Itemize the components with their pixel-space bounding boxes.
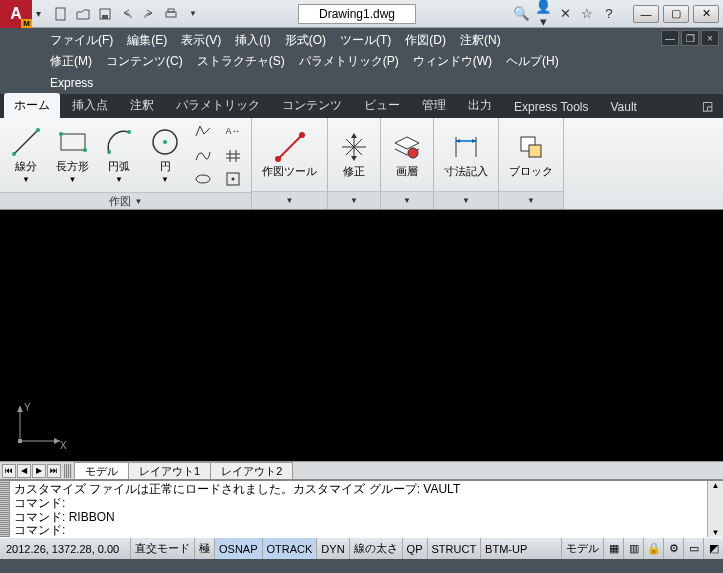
ribbon: 線分▼ 長方形▼ 円弧▼ 円▼ A↔ 作図▼ 作図ツール ▼ 修正 ▼ 画層 ▼	[0, 118, 723, 210]
undo-icon[interactable]	[117, 4, 137, 24]
line-button[interactable]: 線分▼	[6, 124, 46, 185]
menu-modify[interactable]: 修正(M)	[50, 53, 92, 70]
sb-model[interactable]: モデル	[561, 538, 603, 559]
sb-quickview2-icon[interactable]: ▥	[623, 538, 643, 559]
mdi-close-button[interactable]: ×	[701, 30, 719, 46]
print-icon[interactable]	[161, 4, 181, 24]
cmdwin-scrollbar[interactable]: ▲▼	[707, 481, 723, 537]
layout-tab-2[interactable]: レイアウト2	[210, 462, 293, 480]
menu-draw[interactable]: 作図(D)	[405, 32, 446, 49]
arc-button[interactable]: 円弧▼	[99, 124, 139, 185]
signin-icon[interactable]: 👤▾	[533, 4, 553, 24]
layout-grip-icon[interactable]	[64, 464, 72, 478]
polyline-icon[interactable]	[191, 120, 215, 142]
text-icon[interactable]: A↔	[221, 120, 245, 142]
menu-parametric[interactable]: パラメトリック(P)	[299, 53, 399, 70]
mdi-minimize-button[interactable]: —	[661, 30, 679, 46]
layout-next-icon[interactable]: ▶	[32, 464, 46, 478]
hatch-icon[interactable]	[221, 144, 245, 166]
layer-button[interactable]: 画層	[387, 129, 427, 179]
maximize-button[interactable]: ▢	[663, 5, 689, 23]
sb-toolbar-icon[interactable]: ▭	[683, 538, 703, 559]
menu-help[interactable]: ヘルプ(H)	[506, 53, 559, 70]
sb-dyn[interactable]: DYN	[316, 538, 348, 559]
command-window[interactable]: カスタマイズ ファイルは正常にロードされました。カスタマイズ グループ: VAU…	[0, 479, 723, 537]
menu-content[interactable]: コンテンツ(C)	[106, 53, 183, 70]
save-icon[interactable]	[95, 4, 115, 24]
help-icon[interactable]: ?	[599, 4, 619, 24]
menu-file[interactable]: ファイル(F)	[50, 32, 113, 49]
layout-tab-1[interactable]: レイアウト1	[128, 462, 211, 480]
menu-annotate[interactable]: 注釈(N)	[460, 32, 501, 49]
panel-modify-title[interactable]: ▼	[328, 191, 380, 209]
layout-tab-model[interactable]: モデル	[74, 462, 129, 480]
favorite-icon[interactable]: ☆	[577, 4, 597, 24]
panel-layer-title[interactable]: ▼	[381, 191, 433, 209]
drawing-area[interactable]: Y X	[0, 210, 723, 461]
tab-express[interactable]: Express Tools	[504, 96, 598, 118]
mdi-restore-button[interactable]: ❐	[681, 30, 699, 46]
sb-cleanscreen-icon[interactable]: ◩	[703, 538, 723, 559]
cmdwin-grip-icon[interactable]	[0, 481, 10, 537]
tab-insert[interactable]: 挿入点	[62, 93, 118, 118]
menu-view[interactable]: 表示(V)	[181, 32, 221, 49]
panel-draw-title[interactable]: 作図▼	[0, 192, 251, 209]
layout-last-icon[interactable]: ⏭	[47, 464, 61, 478]
redo-icon[interactable]	[139, 4, 159, 24]
block-button[interactable]: ブロック	[505, 129, 557, 179]
sb-ortho[interactable]: 直交モード	[130, 538, 194, 559]
menu-format[interactable]: 形式(O)	[285, 32, 326, 49]
drawtools-button[interactable]: 作図ツール	[258, 129, 321, 179]
spline-icon[interactable]	[191, 144, 215, 166]
tab-view[interactable]: ビュー	[354, 93, 410, 118]
menu-window[interactable]: ウィンドウ(W)	[413, 53, 492, 70]
exchange-icon[interactable]: ✕	[555, 4, 575, 24]
sb-otrack[interactable]: OTRACK	[262, 538, 317, 559]
circle-button[interactable]: 円▼	[145, 124, 185, 185]
menu-structure[interactable]: ストラクチャ(S)	[197, 53, 285, 70]
sb-qp[interactable]: QP	[402, 538, 427, 559]
search-icon[interactable]: 🔍	[511, 4, 531, 24]
tab-content[interactable]: コンテンツ	[272, 93, 352, 118]
sb-annoscale-icon[interactable]: 🔒	[643, 538, 663, 559]
app-menu-button[interactable]: A	[0, 0, 32, 28]
tab-output[interactable]: 出力	[458, 93, 502, 118]
close-button[interactable]: ✕	[693, 5, 719, 23]
sb-osnap[interactable]: OSNAP	[214, 538, 262, 559]
sb-quickview-icon[interactable]: ▦	[603, 538, 623, 559]
tab-home[interactable]: ホーム	[4, 93, 60, 118]
layout-first-icon[interactable]: ⏮	[2, 464, 16, 478]
minimize-button[interactable]: —	[633, 5, 659, 23]
sb-lwt[interactable]: 線の太さ	[349, 538, 402, 559]
qat-dropdown-icon[interactable]: ▼	[183, 4, 203, 24]
open-icon[interactable]	[73, 4, 93, 24]
sb-polar[interactable]: 極	[194, 538, 214, 559]
panel-block-title[interactable]: ▼	[499, 191, 563, 209]
menu-insert[interactable]: 挿入(I)	[235, 32, 270, 49]
sb-btm[interactable]: BTM-UP	[480, 538, 531, 559]
panel-drawtools-title[interactable]: ▼	[252, 191, 327, 209]
ellipse-icon[interactable]	[191, 168, 215, 190]
tab-annotate[interactable]: 注釈	[120, 93, 164, 118]
coordinates[interactable]: 2012.26, 1372.28, 0.00	[0, 543, 130, 555]
dimension-button[interactable]: 寸法記入	[440, 129, 492, 179]
cmd-line: コマンド:	[14, 524, 721, 537]
tab-manage[interactable]: 管理	[412, 93, 456, 118]
panel-dim-title[interactable]: ▼	[434, 191, 498, 209]
sb-workspace-icon[interactable]: ⚙	[663, 538, 683, 559]
sb-struct[interactable]: STRUCT	[427, 538, 481, 559]
app-menu-arrow-icon[interactable]: ▾	[32, 8, 45, 19]
scroll-down-icon[interactable]: ▼	[712, 528, 720, 537]
menu-edit[interactable]: 編集(E)	[127, 32, 167, 49]
tab-parametric[interactable]: パラメトリック	[166, 93, 270, 118]
scroll-up-icon[interactable]: ▲	[712, 481, 720, 490]
menu-tools[interactable]: ツール(T)	[340, 32, 391, 49]
tab-vault[interactable]: Vault	[600, 96, 646, 118]
new-icon[interactable]	[51, 4, 71, 24]
ribbon-help-icon[interactable]: ◲	[702, 99, 713, 113]
menu-express[interactable]: Express	[50, 76, 93, 90]
rectangle-button[interactable]: 長方形▼	[52, 124, 93, 185]
point-icon[interactable]	[221, 168, 245, 190]
layout-prev-icon[interactable]: ◀	[17, 464, 31, 478]
modify-button[interactable]: 修正	[334, 129, 374, 179]
